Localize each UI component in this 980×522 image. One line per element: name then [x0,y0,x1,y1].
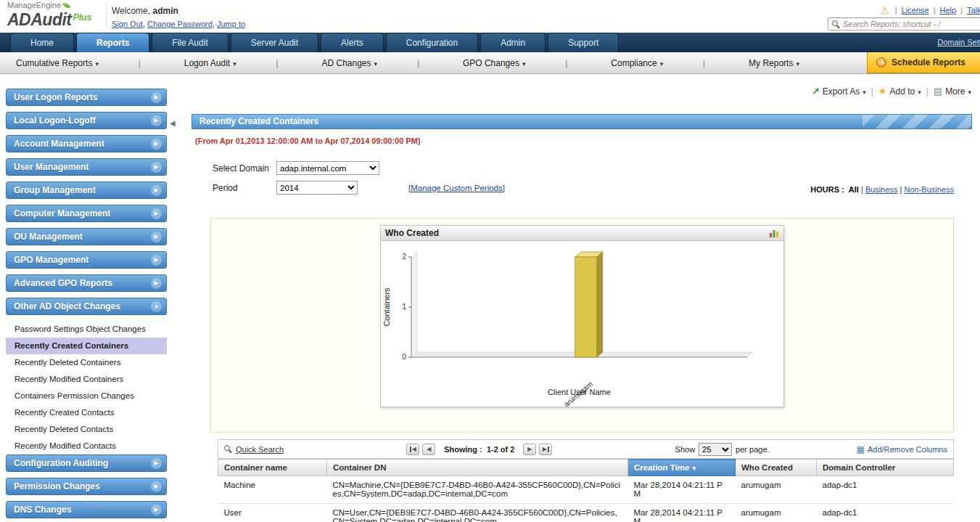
sidebar-item[interactable]: Recently Created Containers [6,338,167,354]
chevron-down-icon [371,58,378,68]
sidebar-item-label: GPO Management [14,255,88,265]
sidebar-item[interactable]: Recently Modified Contacts [6,438,167,454]
period-select[interactable]: 2014 [276,181,358,195]
table-row[interactable]: MachineCN=Machine,CN={DEB9E7C7-D4BD-46B0… [218,476,954,504]
sidebar-item[interactable]: Permission Changes [6,478,167,495]
domain-select[interactable]: adap.internal.com [276,161,379,175]
cell-dn: CN=Machine,CN={DEB9E7C7-D4BD-46B0-A424-3… [327,476,628,504]
column-header-dn[interactable]: Container DN [327,460,628,476]
column-header-who[interactable]: Who Created [736,460,817,476]
add-remove-columns-button[interactable]: ▦ Add/Remove Columns [857,444,947,454]
sidebar-item[interactable]: Computer Management [6,205,167,222]
sidebar-item[interactable]: Group Management [6,182,167,199]
nav-tab[interactable]: Configuration [386,33,478,52]
separator [926,86,928,97]
nav-tab[interactable]: Reports [76,33,149,52]
session-link[interactable]: Change Password [147,20,217,28]
table-row[interactable]: UserCN=User,CN={DEB9E7C7-D4BD-46B0-A424-… [218,504,954,522]
sidebar-item[interactable]: Local Logon-Logoff [6,112,167,129]
first-page-button[interactable]: ◀ [406,444,419,455]
column-header-name[interactable]: Container name [218,460,327,476]
sort-caret-icon: ▾ [692,465,696,472]
report-category-sidebar: User Logon Reports Local Logon-Logoff Ac… [6,89,167,522]
search-box[interactable] [828,17,980,30]
sidebar-item[interactable]: Recently Modified Containers [6,371,167,388]
session-link[interactable]: Jump to [217,20,245,28]
chevron-icon [151,162,162,173]
sidebar-item[interactable]: User Management [6,158,167,176]
subnav-menu[interactable]: Compliance [611,58,663,68]
sidebar-item[interactable]: DNS Changes [6,501,167,518]
show-label: Show [675,445,696,454]
sidebar-item[interactable]: Advanced GPO Reports [6,274,167,292]
sidebar-item[interactable]: Recently Created Contacts [6,404,167,421]
sidebar-item[interactable]: Configuration Auditing [6,454,167,472]
export-as-button[interactable]: ↗ Export As [812,86,866,97]
table-toolbar: Quick Search ◀ ◀ Showing : 1-2 of 2 ▶ ▶ … [218,439,954,459]
chevron-icon [151,232,162,242]
subnav-menu[interactable]: AD Changes [322,58,378,68]
pagination: ◀ ◀ Showing : 1-2 of 2 ▶ ▶ [406,444,552,455]
column-header-time[interactable]: Creation Time▾ [628,460,736,476]
sidebar-item-label: Recently Modified Contacts [15,441,116,450]
main-nav: HomeReportsFile AuditServer AuditAlertsC… [0,33,980,52]
next-page-button[interactable]: ▶ [523,444,536,455]
sidebar-item[interactable]: Recently Deleted Containers [6,354,167,371]
page-size-select[interactable]: 25 [699,443,732,456]
sidebar-item-label: Recently Created Contacts [15,408,114,417]
subnav-menu[interactable]: Cumulative Reports [16,58,99,68]
quick-search-button[interactable]: Quick Search [224,445,284,454]
last-page-button[interactable]: ▶ [539,444,552,455]
manageengine-adaudit-logo: ManageEngine ADAuditPlus [7,1,91,28]
bar-chart-icon [769,229,779,238]
sidebar-item[interactable]: GPO Management [6,251,167,269]
nav-tab[interactable]: Support [548,33,619,52]
add-to-button[interactable]: ★ Add to [878,86,921,97]
export-icon: ↗ [812,86,820,97]
nav-tab[interactable]: Home [10,33,74,52]
sidebar-item-label: Permission Changes [14,481,100,492]
utility-link[interactable]: License [891,6,929,15]
sidebar-item[interactable]: User Logon Reports [6,89,167,106]
cell-name: Machine [218,476,327,504]
utility-link[interactable]: TalkBack [956,6,980,15]
sidebar-item[interactable]: Containers Permission Changes [6,388,167,404]
nav-tab[interactable]: Server Audit [231,33,318,52]
more-button[interactable]: ▤ More [934,86,971,97]
sidebar-item[interactable]: Other AD Object Changes [6,298,167,315]
search-input[interactable] [843,20,980,28]
nav-tab[interactable]: Alerts [321,33,384,52]
hours-option[interactable]: Non-Business [905,185,954,194]
welcome-text: Welcome, admin [112,6,245,16]
schedule-reports-button[interactable]: Schedule Reports [867,52,980,73]
sidebar-item[interactable]: OU Management [6,228,167,245]
chevron-down-icon [968,86,971,97]
subnav-menu[interactable]: GPO Changes [463,58,526,68]
svg-text:2: 2 [402,253,406,261]
sidebar-collapse-handle[interactable]: ◀ [170,119,176,127]
cell-name: User [218,504,327,522]
sidebar-item[interactable]: Account Management [6,135,167,152]
utility-link[interactable]: Help [929,6,956,15]
reports-subnav: Cumulative ReportsLogon AuditAD ChangesG… [0,52,980,74]
nav-tab[interactable]: Admin [480,33,545,52]
subnav-menu[interactable]: Logon Audit [184,58,236,68]
sidebar-item[interactable]: Recently Deleted Contacts [6,421,167,438]
sidebar-item-label: Containers Permission Changes [15,391,134,400]
hours-option[interactable]: All [849,185,865,194]
sidebar-item-label: Recently Modified Containers [15,375,123,383]
titlebar-decoration [862,115,971,129]
bar-chart: 012arumugamClient User NameContainers [381,241,783,407]
chevron-icon [151,301,162,312]
column-header-dc[interactable]: Domain Controller [817,460,954,476]
prev-page-button[interactable]: ◀ [422,444,435,455]
hours-option[interactable]: Business [865,185,905,194]
nav-tab[interactable]: File Audit [152,33,228,52]
sidebar-item[interactable]: Password Settings Object Changes [6,321,167,338]
domain-settings-link[interactable]: Domain Settings [937,38,980,46]
session-link[interactable]: Sign Out [112,20,147,28]
manage-custom-periods-link[interactable]: [Manage Custom Periods] [408,184,505,192]
chart-type-icon[interactable] [769,229,779,238]
warning-icon[interactable]: ⚠ [880,4,889,16]
subnav-menu[interactable]: My Reports [749,58,799,68]
